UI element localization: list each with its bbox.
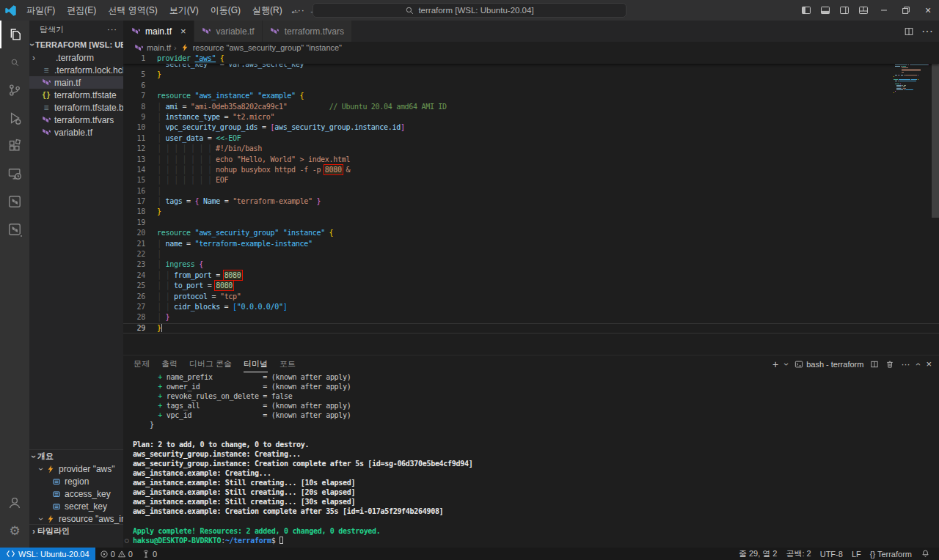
editor-more-actions-icon[interactable]: ··· (921, 25, 933, 38)
code-line-23[interactable]: 23│ ingress { (123, 259, 939, 270)
timeline-header[interactable]: › 타임라인 (29, 524, 123, 537)
code-line-24[interactable]: 24│ │ from_port = 8080 (123, 270, 939, 281)
code-line-7[interactable]: 7resource "aws_instance" "example" { (123, 91, 939, 101)
code-line-17[interactable]: 17│ tags = { Name = "terraform-example" … (123, 196, 939, 207)
outline-item[interactable]: ›resource "aws_inst... (29, 512, 123, 525)
file-terraform.tfvars[interactable]: terraform.tfvars (29, 114, 123, 126)
split-terminal-icon[interactable] (870, 360, 879, 369)
code-line-18[interactable]: 18} (123, 207, 939, 217)
explorer-more-actions-icon[interactable]: ··· (107, 25, 117, 34)
code-editor[interactable]: 1provider "aws" { secret_key = var.aws_s… (123, 54, 939, 355)
menu-e[interactable]: 편집(E) (61, 0, 102, 21)
outline-item[interactable]: region (29, 475, 123, 487)
menu-s[interactable]: 선택 영역(S) (102, 0, 163, 21)
code-line-8[interactable]: 8│ ami = "ami-0deb35a8202ca99c1" // Ubun… (123, 102, 939, 112)
tab-variable.tf[interactable]: variable.tf (194, 21, 263, 42)
breadcrumb-item[interactable]: resource "aws_security_group" "instance" (193, 43, 342, 52)
status-language-mode[interactable]: {} Terraform (866, 548, 916, 560)
code-line-11[interactable]: 11│ user_data = <<-EOF (123, 133, 939, 144)
toggle-primary-sidebar-icon[interactable] (797, 0, 816, 21)
terminal-dropdown-icon[interactable]: › (782, 363, 791, 366)
close-panel-icon[interactable]: × (926, 358, 932, 369)
code-line-15[interactable]: 15│ │ │ │ │ │ │ EOF (123, 175, 939, 185)
panel-tab-디버그 콘솔[interactable]: 디버그 콘솔 (189, 355, 232, 372)
code-line-6[interactable]: 6 (123, 81, 939, 91)
code-line-26[interactable]: 26│ │ protocol = "tcp" (123, 292, 939, 302)
notifications-bell[interactable] (916, 548, 935, 560)
code-line-16[interactable]: 16│ (123, 186, 939, 196)
outline-item[interactable]: ›provider "aws" (29, 463, 123, 475)
panel-more-actions-icon[interactable]: ··· (901, 359, 910, 369)
code-line-21[interactable]: 21│ name = "terraform-example-instance" (123, 239, 939, 249)
status-indentation[interactable]: 공백: 2 (781, 548, 815, 560)
close-icon[interactable]: × (917, 0, 939, 21)
code-line-20[interactable]: 20resource "aws_security_group" "instanc… (123, 228, 939, 238)
file-variable.tf[interactable]: variable.tf (29, 126, 123, 139)
tab-terraform.tfvars[interactable]: terraform.tfvars (263, 21, 352, 42)
outline-header[interactable]: › 개요 (29, 449, 123, 463)
restore-icon[interactable] (895, 0, 917, 21)
code-line-22[interactable]: 22│ (123, 249, 939, 259)
code-line-9[interactable]: 9│ instance_type = "t2.micro" (123, 112, 939, 122)
ports-indicator[interactable]: 0 (137, 548, 161, 560)
file-.terraform[interactable]: ›.terraform (29, 51, 123, 64)
code-line-10[interactable]: 10│ vpc_security_group_ids = [aws_securi… (123, 122, 939, 133)
kill-terminal-icon[interactable] (885, 360, 894, 369)
file-main.tf[interactable]: main.tf (29, 76, 123, 89)
menu-g[interactable]: 이동(G) (205, 0, 246, 21)
menu-f[interactable]: 파일(F) (21, 0, 61, 21)
file-terraform.tfstate[interactable]: {}terraform.tfstate (29, 89, 123, 101)
status-eol[interactable]: LF (847, 548, 866, 560)
panel-tab-터미널[interactable]: 터미널 (244, 355, 268, 372)
activity-remote-explorer[interactable] (0, 160, 29, 188)
activity-terraform[interactable] (0, 188, 29, 215)
code-line-29[interactable]: 29} (123, 323, 939, 334)
activity-terraform-cloud[interactable] (0, 215, 29, 243)
activity-extensions[interactable] (0, 132, 29, 160)
status-cursor-position[interactable]: 줄 29, 열 2 (734, 548, 782, 560)
customize-layout-icon[interactable] (854, 0, 873, 21)
file-terraform.tfstate.back...[interactable]: ≡terraform.tfstate.back... (29, 101, 123, 114)
code-line-25[interactable]: 25│ │ to_port = 8080 (123, 281, 939, 291)
activity-explorer[interactable] (0, 21, 29, 48)
activity-settings[interactable]: ⚙ (0, 517, 29, 545)
activity-run-and-debug[interactable] (0, 104, 29, 132)
minimize-icon[interactable] (873, 0, 895, 21)
menu-v[interactable]: 보기(V) (164, 0, 205, 21)
code-line-5[interactable]: 5} (123, 70, 939, 80)
problems-indicator[interactable]: 0 0 (95, 548, 137, 560)
menu-r[interactable]: 실행(R) (246, 0, 288, 21)
toggle-secondary-sidebar-icon[interactable] (835, 0, 854, 21)
code-line-28[interactable]: 28│ } (123, 312, 939, 323)
code-line-19[interactable]: 19 (123, 218, 939, 228)
nav-back-icon[interactable]: ← (286, 0, 304, 21)
sticky-scroll[interactable]: 1provider "aws" { (123, 54, 939, 64)
split-editor-icon[interactable] (904, 26, 914, 37)
remote-indicator[interactable]: WSL: Ubuntu-20.04 (0, 548, 95, 560)
terminal-output[interactable]: + name_prefix = (known after apply) + ow… (123, 372, 939, 548)
close-tab-icon[interactable]: × (180, 26, 186, 37)
status-encoding[interactable]: UTF-8 (816, 548, 847, 560)
panel-tab-문제[interactable]: 문제 (134, 355, 150, 372)
maximize-panel-icon[interactable]: › (913, 363, 922, 366)
breadcrumb-item[interactable]: main.tf (147, 43, 171, 52)
code-line-12[interactable]: 12│ │ │ │ │ │ │ #!/bin/bash (123, 144, 939, 154)
code-line-14[interactable]: 14│ │ │ │ │ │ │ nohup busybox httpd -f -… (123, 165, 939, 175)
tab-main.tf[interactable]: main.tf× (123, 21, 194, 42)
outline-item[interactable]: access_key (29, 487, 123, 500)
panel-tab-포트[interactable]: 포트 (279, 355, 296, 372)
editor-scrollbar[interactable] (932, 55, 939, 218)
command-decoration-icon[interactable]: ○ (125, 536, 128, 545)
activity-search[interactable] (0, 48, 29, 76)
code-line-27[interactable]: 27│ │ cidr_blocks = ["0.0.0.0/0"] (123, 302, 939, 312)
workspace-root-row[interactable]: › TERRAFORM [WSL: UBUN... (29, 38, 123, 51)
command-center-search[interactable]: terraform [WSL: Ubuntu-20.04] (313, 3, 626, 18)
toggle-panel-icon[interactable] (816, 0, 835, 21)
outline-item[interactable]: secret_key (29, 500, 123, 512)
activity-accounts[interactable] (0, 489, 29, 517)
panel-tab-출력[interactable]: 출력 (161, 355, 178, 372)
code-line-13[interactable]: 13│ │ │ │ │ │ │ echo "Hello, World" > in… (123, 155, 939, 165)
terminal-instance-label[interactable]: bash - terraform (806, 360, 863, 369)
activity-source-control[interactable] (0, 76, 29, 104)
new-terminal-button[interactable]: + (772, 358, 778, 370)
